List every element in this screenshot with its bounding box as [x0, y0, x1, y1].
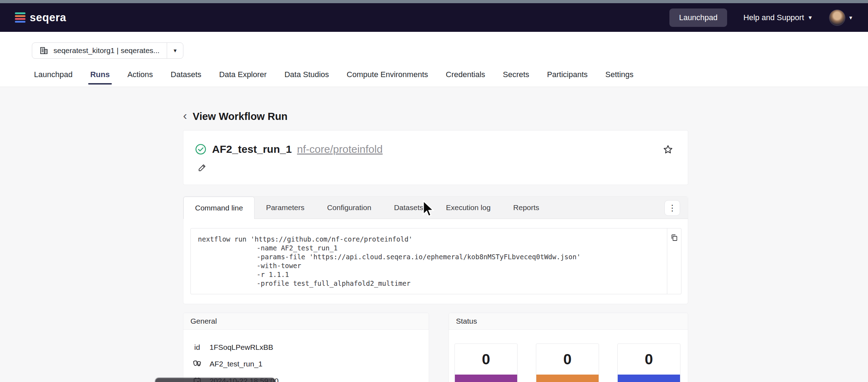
tab-run-datasets[interactable]: Datasets	[383, 197, 435, 219]
back-chevron-icon[interactable]: ‹	[183, 109, 187, 121]
dock-shadow	[155, 378, 275, 382]
success-check-icon	[195, 143, 207, 155]
status-tile-pending: 0 pending	[455, 343, 518, 382]
avatar[interactable]	[829, 10, 845, 26]
edit-pencil-icon[interactable]	[198, 163, 207, 172]
status-panel: Status 0 pending 0 submitted 0 running	[449, 313, 688, 382]
id-label: id	[192, 343, 202, 352]
chevron-down-icon: ▼	[807, 15, 813, 20]
code-line: -params-file 'https://api.cloud.seqera.i…	[198, 253, 667, 261]
tab-settings[interactable]: Settings	[605, 70, 634, 84]
pipeline-link[interactable]: nf-core/proteinfold	[297, 143, 383, 155]
general-row-run-name: AF2_test_run_1	[192, 359, 429, 369]
code-line: -name AF2_test_run_1	[198, 244, 667, 253]
detail-tab-bar: Command line Parameters Configuration Da…	[183, 197, 688, 219]
chevron-down-icon: ▼	[848, 15, 853, 21]
run-summary-card: AF2_test_run_1 nf-core/proteinfold	[183, 130, 688, 185]
code-gutter	[667, 228, 681, 294]
running-count: 0	[618, 344, 680, 375]
code-line: -profile test_full_alphafold2_multimer	[198, 279, 667, 288]
tab-data-studios[interactable]: Data Studios	[284, 70, 329, 84]
top-navbar: seqera Launchpad Help and Support ▼ ▼	[0, 3, 868, 32]
run-detail-card: Command line Parameters Configuration Da…	[183, 196, 688, 304]
workspace-selector[interactable]: seqeratest_kitorg1 | seqerates... ▼	[32, 42, 183, 59]
tab-actions[interactable]: Actions	[127, 70, 153, 84]
workspace-header: seqeratest_kitorg1 | seqerates... ▼ Laun…	[0, 32, 868, 87]
run-name-value: AF2_test_run_1	[210, 360, 262, 368]
command-line-block: nextflow run 'https://github.com/nf-core…	[190, 228, 681, 294]
tab-secrets[interactable]: Secrets	[503, 70, 530, 84]
tab-credentials[interactable]: Credentials	[446, 70, 485, 84]
general-panel-header: General	[183, 313, 429, 330]
submitted-bar: submitted	[536, 375, 599, 382]
star-icon[interactable]	[662, 144, 674, 155]
logo-stripe	[15, 15, 25, 17]
status-panel-header: Status	[449, 313, 688, 330]
run-options-button[interactable]: ⋮	[664, 200, 680, 216]
running-bar: running	[618, 375, 680, 382]
tab-command-line[interactable]: Command line	[183, 197, 255, 219]
seqera-brand[interactable]: seqera	[15, 11, 66, 24]
tab-datasets[interactable]: Datasets	[171, 70, 201, 84]
tab-compute-environments[interactable]: Compute Environments	[347, 70, 428, 84]
pending-bar: pending	[455, 375, 517, 382]
tab-reports[interactable]: Reports	[502, 197, 551, 219]
workspace-tab-bar: Launchpad Runs Actions Datasets Data Exp…	[34, 70, 634, 84]
submitted-count: 0	[536, 344, 599, 375]
run-id-value: 1FSoqLPewRLxBB	[210, 343, 273, 352]
general-row-id: id 1FSoqLPewRLxBB	[192, 343, 429, 352]
tab-runs[interactable]: Runs	[90, 70, 110, 84]
tab-data-explorer[interactable]: Data Explorer	[219, 70, 267, 84]
tab-execution-log[interactable]: Execution log	[435, 197, 502, 219]
help-label: Help and Support	[743, 13, 804, 22]
pending-count: 0	[455, 344, 517, 375]
logo-stripe	[15, 18, 25, 20]
window-top-strip	[0, 0, 868, 3]
code-line: -with-tower	[198, 261, 667, 270]
run-name: AF2_test_run_1	[212, 143, 292, 155]
status-tile-running: 0 running	[617, 343, 680, 382]
copy-icon[interactable]	[670, 233, 679, 243]
seqera-logo-icon	[15, 12, 25, 23]
masks-icon	[192, 359, 202, 369]
help-and-support-menu[interactable]: Help and Support ▼	[743, 13, 813, 22]
tab-parameters[interactable]: Parameters	[255, 197, 316, 219]
code-line: nextflow run 'https://github.com/nf-core…	[198, 235, 667, 244]
tab-configuration[interactable]: Configuration	[316, 197, 383, 219]
chevron-down-icon[interactable]: ▼	[167, 48, 183, 53]
tab-participants[interactable]: Participants	[547, 70, 588, 84]
logo-stripe	[15, 12, 25, 14]
launchpad-button[interactable]: Launchpad	[669, 8, 727, 27]
organization-icon	[39, 46, 48, 55]
status-panel-title: Status	[456, 317, 477, 325]
command-line-text: nextflow run 'https://github.com/nf-core…	[191, 228, 667, 294]
page-title: View Workflow Run	[193, 111, 287, 122]
kebab-icon: ⋮	[668, 204, 676, 212]
tab-launchpad[interactable]: Launchpad	[34, 70, 73, 84]
logo-stripe	[15, 21, 25, 23]
code-line: -r 1.1.1	[198, 270, 667, 279]
general-panel-title: General	[190, 317, 217, 325]
workspace-selector-label: seqeratest_kitorg1 | seqerates...	[53, 46, 160, 55]
brand-name: seqera	[30, 11, 66, 24]
status-tile-submitted: 0 submitted	[536, 343, 599, 382]
general-panel: General id 1FSoqLPewRLxBB AF2_test_run_1	[183, 313, 429, 382]
user-menu[interactable]: ▼	[829, 10, 853, 26]
status-tiles: 0 pending 0 submitted 0 running	[455, 343, 680, 382]
